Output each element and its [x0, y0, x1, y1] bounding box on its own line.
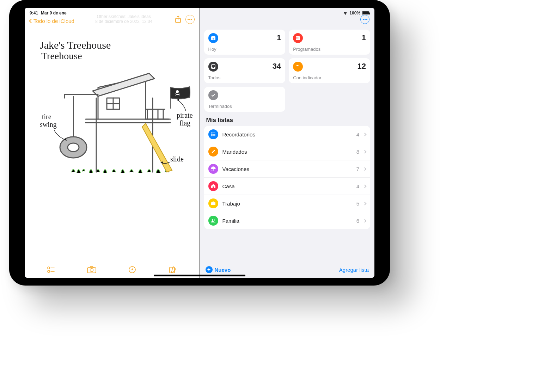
battery-icon	[362, 11, 369, 15]
new-reminder-label: Nuevo	[215, 267, 231, 273]
tray-icon	[208, 62, 218, 72]
camera-button[interactable]	[86, 264, 97, 275]
people-icon	[208, 216, 218, 226]
flag-icon	[293, 62, 303, 72]
smart-list-flagged[interactable]: 12 Con indicador	[289, 58, 370, 83]
svg-rect-19	[298, 37, 298, 38]
list-name: Casa	[222, 183, 352, 189]
svg-rect-18	[297, 37, 297, 38]
label: Hoy	[208, 47, 281, 52]
list-count: 7	[356, 166, 359, 172]
svg-point-24	[212, 133, 212, 133]
calendar-grid-icon	[293, 33, 303, 43]
check-icon	[208, 90, 218, 100]
home-indicator[interactable]	[154, 275, 245, 276]
svg-point-25	[212, 134, 212, 135]
list-count: 4	[356, 131, 359, 137]
note-canvas[interactable]: Jake's Treehouse Treehouse	[27, 28, 197, 259]
list-count: 4	[356, 183, 359, 189]
section-title-my-lists: Mis listas	[204, 112, 371, 126]
list-item[interactable]: Trabajo 5	[204, 195, 371, 212]
list-item[interactable]: Familia 6	[204, 212, 371, 229]
briefcase-icon	[208, 198, 218, 208]
list-name: Vacaciones	[222, 166, 352, 172]
notes-app-pane: Todo lo de iCloud Other sketches: Jake's…	[25, 8, 200, 278]
label: Con indicador	[293, 75, 366, 80]
list-item[interactable]: Casa 4	[204, 177, 371, 195]
compose-button[interactable]	[167, 264, 178, 275]
add-list-button[interactable]: Agregar lista	[339, 267, 369, 273]
svg-point-9	[48, 270, 50, 272]
back-label: Todo lo de iCloud	[33, 18, 74, 24]
status-time: 9:41	[30, 11, 38, 16]
count: 1	[362, 33, 366, 42]
list-item[interactable]: Vacaciones 7	[204, 160, 371, 177]
chevron-left-icon	[29, 19, 33, 23]
smart-list-completed[interactable]: Terminados	[204, 87, 286, 112]
svg-point-4	[68, 143, 79, 152]
svg-rect-23	[299, 38, 299, 39]
pencil-icon	[208, 147, 218, 157]
label-slide: slide	[170, 155, 184, 163]
svg-text:flag: flag	[179, 119, 190, 127]
count: 1	[277, 33, 281, 42]
svg-text:9: 9	[212, 37, 214, 40]
svg-rect-17	[296, 36, 300, 40]
chevron-right-icon	[363, 133, 367, 136]
smart-lists-grid: 9 1 Hoy	[204, 30, 371, 112]
back-button[interactable]: Todo lo de iCloud	[30, 18, 74, 24]
chevron-right-icon	[363, 219, 367, 222]
markup-button[interactable]	[127, 264, 138, 275]
smart-list-all[interactable]: 34 Todos	[204, 58, 286, 83]
count: 12	[358, 62, 366, 71]
chevron-right-icon	[363, 202, 367, 205]
svg-rect-20	[299, 37, 299, 38]
wifi-icon	[343, 11, 348, 15]
status-bar: 9:41 Mar 9 de ene 100%	[25, 8, 374, 17]
ipad-frame: 9:41 Mar 9 de ene 100%	[9, 0, 390, 286]
list-count: 5	[356, 201, 359, 207]
svg-rect-22	[298, 38, 298, 39]
home-icon	[208, 181, 218, 191]
list-icon	[208, 129, 218, 139]
label: Terminados	[208, 104, 281, 109]
count: 34	[273, 62, 281, 71]
sketch-title: Jake's Treehouse	[40, 39, 111, 51]
umbrella-icon	[208, 164, 218, 174]
svg-point-29	[214, 219, 215, 220]
svg-text:swing: swing	[40, 121, 57, 129]
svg-point-8	[48, 267, 50, 269]
checklist-button[interactable]	[46, 264, 56, 275]
smart-list-scheduled[interactable]: 1 Programados	[289, 30, 370, 55]
svg-point-11	[90, 269, 93, 272]
chevron-right-icon	[363, 184, 367, 188]
label: Todos	[208, 75, 281, 80]
calendar-icon: 9	[208, 33, 218, 43]
chevron-right-icon	[363, 150, 367, 153]
list-item[interactable]: Recordatorios 4	[204, 126, 371, 143]
list-name: Mandados	[222, 149, 352, 155]
svg-rect-27	[211, 202, 215, 205]
label: Programados	[293, 47, 366, 52]
list-name: Recordatorios	[222, 131, 352, 137]
new-reminder-button[interactable]: + Nuevo	[206, 266, 231, 273]
svg-point-28	[212, 219, 213, 221]
label-pirate-flag: pirate	[177, 111, 193, 120]
plus-icon: +	[206, 266, 213, 273]
chevron-right-icon	[363, 167, 367, 171]
list-item[interactable]: Mandados 8	[204, 143, 371, 160]
list-count: 6	[356, 218, 359, 224]
smart-list-today[interactable]: 9 1 Hoy	[204, 30, 286, 55]
svg-point-5	[176, 90, 179, 93]
svg-text:Treehouse: Treehouse	[41, 50, 82, 61]
svg-rect-21	[297, 38, 297, 39]
reminders-app-pane: 9 1 Hoy	[200, 8, 375, 278]
list-count: 8	[356, 149, 359, 155]
battery-pct: 100%	[349, 11, 360, 16]
list-name: Familia	[222, 218, 352, 224]
treehouse-sketch: Jake's Treehouse Treehouse	[29, 31, 195, 179]
my-lists: Recordatorios 4 Mandados 8	[204, 126, 371, 229]
svg-point-26	[212, 135, 212, 136]
label-tire-swing: tire	[42, 113, 51, 121]
ipad-screen: 9:41 Mar 9 de ene 100%	[25, 8, 374, 278]
